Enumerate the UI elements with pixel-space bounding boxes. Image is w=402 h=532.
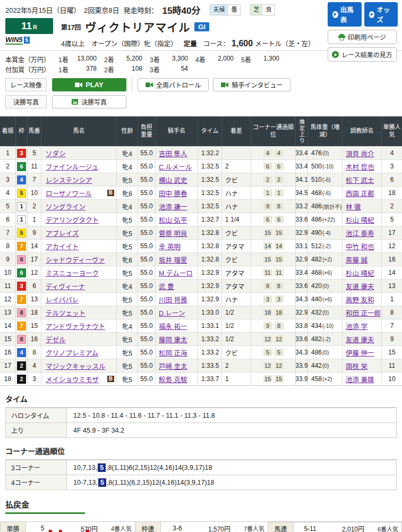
trainer-link[interactable]: 西園 正都	[346, 188, 374, 198]
horse-weight: 476(0)	[308, 147, 343, 159]
sex-age: 牝4	[117, 160, 138, 173]
trainer-link[interactable]: 林 徹	[346, 201, 361, 212]
horse-name-link[interactable]: ディヴィーナ	[46, 281, 85, 291]
time-row-label: ハロンタイム	[6, 408, 67, 423]
corner-order: 11	[251, 187, 296, 199]
trainer-link[interactable]: 伊藤 伸一	[346, 348, 374, 358]
jockey-link[interactable]: 川田 将雅	[159, 294, 187, 305]
finish-photo-button[interactable]: 決勝写真	[52, 95, 126, 108]
horse-name-link[interactable]: ミスニューヨーク	[46, 268, 99, 278]
trainer-link[interactable]: 池江 泰寿	[346, 228, 374, 238]
horse-name-link[interactable]: ローザノワール	[46, 188, 92, 198]
video-camera-icon	[75, 82, 82, 88]
jockey-link[interactable]: 幸 英明	[159, 241, 181, 251]
jockey-link[interactable]: 坂井 瑠星	[159, 255, 187, 265]
horse-name-link[interactable]: アブレイズ	[46, 228, 79, 238]
results-table-header: 着順 枠 馬番 馬名 性齢 負担重量 騎手名 タイム 着差 コーナー通過順位 推…	[0, 116, 402, 146]
horse-name-link[interactable]: アカイイト	[46, 241, 79, 251]
video-camera-icon	[221, 82, 228, 88]
trainer-link[interactable]: 和田 正一郎	[346, 308, 381, 318]
horse-name-link[interactable]: アンドヴァラナウト	[46, 321, 105, 331]
arrow-circle-icon	[369, 11, 375, 18]
last3f-time: 34.3	[296, 293, 308, 306]
jockey-link[interactable]: 松山 弘平	[159, 215, 187, 225]
prize-item: 2着108	[104, 65, 150, 74]
jockey-link[interactable]: 松岡 正海	[159, 348, 187, 358]
sex-age: 牝4	[117, 319, 138, 332]
weight-carried: 55.0	[138, 240, 156, 252]
horse-name-link[interactable]: ファインルージュ	[46, 162, 98, 172]
finish-time: 1:32.9	[198, 280, 222, 292]
jockey-interview-button[interactable]: 騎手インタビュー	[213, 78, 290, 91]
win-popularity: 10	[382, 373, 402, 385]
payout-row: 馬連 5-11 2,010円 6番人気	[268, 522, 401, 532]
jockey-link[interactable]: M.デムーロ	[159, 268, 193, 278]
trainer-link[interactable]: 友道 康夫	[346, 334, 374, 344]
horse-name-link[interactable]: デアリングタクト	[46, 215, 99, 225]
trainer-link[interactable]: 須貝 尚介	[346, 148, 374, 158]
trainer-link[interactable]: 杉山 晴紀	[346, 268, 374, 278]
col-header-weight-carried: 負担重量	[138, 116, 156, 146]
time-section-title: タイム	[5, 393, 397, 404]
patrol-video-button[interactable]: 全周パトロール	[138, 78, 209, 91]
finish-time: 1:33.0	[198, 306, 222, 319]
trainer-link[interactable]: 友道 康夫	[346, 281, 374, 291]
jockey-link[interactable]: 菅原 明良	[159, 228, 187, 238]
corner-table: 3コーナー 10,7,13,5,8(1,11)6(2,15)12(4,16)14…	[5, 459, 397, 490]
horse-name-link[interactable]: レシステンシア	[46, 175, 92, 185]
horse-name-link[interactable]: シャドウディーヴァ	[46, 255, 105, 265]
jockey-link[interactable]: 福永 祐一	[159, 321, 187, 331]
trainer-link[interactable]: 松下 武士	[346, 175, 374, 185]
result-guide-label: レース結果の見方	[341, 50, 392, 59]
horse-number: 12	[28, 266, 41, 279]
last3f-time: 33.6	[296, 333, 308, 345]
horse-name-link[interactable]: レイパパレ	[46, 294, 79, 305]
jockey-link[interactable]: 田中 勝春	[159, 188, 187, 198]
print-button[interactable]: 印刷用ページ	[328, 30, 397, 44]
horse-name-link[interactable]: マジックキャッスル	[46, 361, 106, 371]
table-row: 17 2 4 マジックキャッスル 牝5 55.0 戸崎 圭太 1:33.5 2 …	[0, 359, 402, 372]
horse-name-link[interactable]: ソダシ	[46, 148, 66, 158]
trainer-link[interactable]: 国枝 栄	[346, 361, 367, 371]
print-button-label: 印刷用ページ	[348, 32, 386, 41]
trainer-link[interactable]: 杉山 晴紀	[346, 215, 374, 225]
finish-position: 14	[0, 319, 16, 332]
race-round: 第17回	[61, 22, 81, 31]
jockey-link[interactable]: C.ルメール	[159, 162, 192, 172]
corner-table-row: 3コーナー 10,7,13,5,8(1,11)6(2,15)12(4,16)14…	[6, 460, 396, 475]
race-video-label: レース映像	[5, 78, 47, 91]
trainer-link[interactable]: 木村 哲也	[346, 162, 374, 172]
play-button[interactable]: PLAY	[52, 78, 126, 91]
margin: 2	[222, 160, 251, 173]
table-row: 2 6 11 ファインルージュ 牝4 55.0 C.ルメール 1:32.5 2 …	[0, 159, 402, 173]
horse-name-link[interactable]: デゼル	[46, 334, 66, 344]
entries-button[interactable]: 出馬表	[328, 2, 362, 27]
race-number-badge: 11R	[5, 18, 53, 34]
col-header-margin: 着差	[222, 116, 251, 146]
horse-number: 17	[28, 253, 41, 266]
trainer-link[interactable]: 斎藤 誠	[346, 255, 367, 265]
jockey-link[interactable]: D.レーン	[159, 308, 185, 318]
horse-name-link[interactable]: メイショウミモザ	[46, 374, 99, 384]
frame-number-badge: 7	[17, 242, 26, 251]
finish-position: 1	[0, 147, 16, 159]
result-guide-button[interactable]: レース結果の見方	[328, 47, 397, 62]
odds-button[interactable]: オッズ	[364, 2, 398, 27]
jockey-link[interactable]: 吉田 隼人	[159, 148, 187, 158]
trainer-link[interactable]: 高野 友和	[346, 294, 374, 305]
corner-order: 66	[251, 160, 296, 173]
jockey-link[interactable]: 池添 謙一	[159, 201, 187, 212]
jockey-link[interactable]: 藤岡 康太	[159, 334, 187, 344]
jockey-link[interactable]: 横山 武史	[159, 175, 187, 185]
jockey-link[interactable]: 戸崎 圭太	[159, 361, 187, 371]
arrow-circle-icon	[332, 11, 338, 18]
trainer-link[interactable]: 池添 学	[346, 321, 367, 331]
horse-name-link[interactable]: テルツェット	[46, 308, 85, 318]
horse-name-link[interactable]: ソングライン	[46, 201, 85, 212]
jockey-link[interactable]: 武 豊	[159, 281, 174, 291]
trainer-link[interactable]: 池添 兼雄	[346, 374, 374, 384]
horse-name-link[interactable]: クリノプレミアム	[46, 348, 98, 358]
trainer-link[interactable]: 中竹 和也	[346, 241, 374, 251]
jockey-link[interactable]: 鮫島 克駿	[159, 374, 187, 384]
payout-amount: 1,570円	[194, 522, 235, 532]
